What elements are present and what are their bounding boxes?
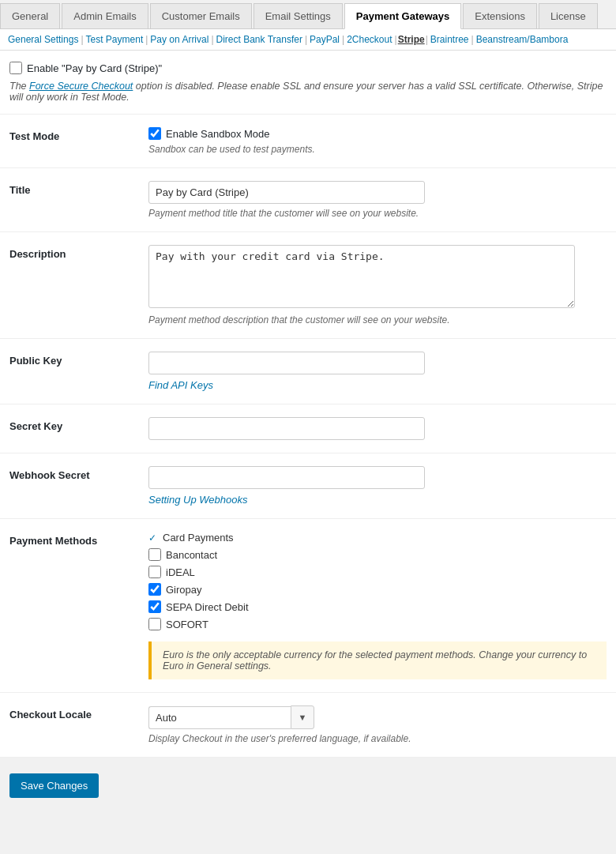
subnav-beanstream[interactable]: Beanstream/Bambora bbox=[476, 34, 569, 45]
checkmark-icon: ✓ bbox=[148, 532, 156, 544]
warning-box: Euro is the only acceptable currency for… bbox=[148, 641, 607, 679]
enable-section: Enable "Pay by Card (Stripe)" The Force … bbox=[0, 51, 616, 115]
chevron-down-icon: ▼ bbox=[291, 705, 314, 729]
checkout-locale-select[interactable]: Auto English German French Spanish Dutch… bbox=[148, 706, 291, 729]
description-label: Description bbox=[0, 232, 142, 339]
checkout-locale-help-text: Display Checkout in the user's preferred… bbox=[148, 733, 607, 744]
description-row: Description Pay with your credit card vi… bbox=[0, 232, 616, 339]
tab-email-settings[interactable]: Email Settings bbox=[254, 3, 343, 28]
tab-customer-emails[interactable]: Customer Emails bbox=[150, 3, 252, 28]
webhook-secret-field: Setting Up Webhooks bbox=[142, 453, 616, 519]
sandbox-help-text: Sandbox can be used to test payments. bbox=[148, 144, 607, 155]
enable-sandbox-row: Enable Sandbox Mode bbox=[148, 127, 607, 140]
giropay-checkbox[interactable] bbox=[148, 583, 161, 596]
separator-7: | bbox=[426, 34, 428, 45]
tabs-bar: General Admin Emails Customer Emails Ema… bbox=[0, 0, 616, 29]
enable-stripe-label[interactable]: Enable "Pay by Card (Stripe)" bbox=[27, 62, 162, 74]
payment-methods-list: ✓ Card Payments Bancontact iDEAL Giropay bbox=[148, 532, 607, 630]
ideal-checkbox[interactable] bbox=[148, 566, 161, 578]
test-mode-field: Enable Sandbox Mode Sandbox can be used … bbox=[142, 115, 616, 168]
separator-2: | bbox=[145, 34, 148, 45]
separator-1: | bbox=[81, 34, 83, 45]
public-key-label: Public Key bbox=[0, 339, 142, 404]
separator-8: | bbox=[471, 34, 474, 45]
find-api-keys-link[interactable]: Find API Keys bbox=[148, 379, 607, 391]
giropay-label[interactable]: Giropay bbox=[166, 584, 202, 596]
subnav-direct-bank-transfer[interactable]: Direct Bank Transfer bbox=[216, 34, 302, 45]
list-item: SEPA Direct Debit bbox=[148, 600, 607, 613]
description-help-text: Payment method description that the cust… bbox=[148, 314, 607, 325]
sepa-label[interactable]: SEPA Direct Debit bbox=[166, 601, 249, 613]
payment-methods-row: Payment Methods ✓ Card Payments Banconta… bbox=[0, 519, 616, 693]
sandbox-label[interactable]: Enable Sandbox Mode bbox=[166, 128, 270, 140]
list-item: Giropay bbox=[148, 583, 607, 596]
payment-methods-label: Payment Methods bbox=[0, 519, 142, 693]
title-field: Payment method title that the customer w… bbox=[142, 168, 616, 232]
description-prefix: The bbox=[9, 81, 29, 92]
title-label: Title bbox=[0, 168, 142, 232]
list-item: Bancontact bbox=[148, 548, 607, 561]
tab-extensions[interactable]: Extensions bbox=[463, 3, 537, 28]
subnav-paypal[interactable]: PayPal bbox=[310, 34, 340, 45]
sofort-label[interactable]: SOFORT bbox=[166, 619, 208, 630]
subnav-pay-on-arrival[interactable]: Pay on Arrival bbox=[150, 34, 208, 45]
description-field: Pay with your credit card via Stripe. Pa… bbox=[142, 232, 616, 339]
description-textarea[interactable]: Pay with your credit card via Stripe. bbox=[148, 245, 575, 308]
sofort-checkbox[interactable] bbox=[148, 618, 161, 630]
separator-4: | bbox=[305, 34, 307, 45]
list-item: ✓ Card Payments bbox=[148, 532, 607, 544]
content-area: Enable "Pay by Card (Stripe)" The Force … bbox=[0, 51, 616, 758]
card-payments-label: Card Payments bbox=[163, 532, 234, 544]
bottom-area: Save Changes bbox=[0, 758, 616, 814]
sepa-checkbox[interactable] bbox=[148, 600, 161, 613]
tab-general[interactable]: General bbox=[0, 3, 60, 28]
checkout-locale-field: Auto English German French Spanish Dutch… bbox=[142, 693, 616, 758]
subnav-braintree[interactable]: Braintree bbox=[430, 34, 469, 45]
secret-key-input[interactable] bbox=[148, 417, 425, 440]
enable-stripe-checkbox[interactable] bbox=[9, 62, 22, 74]
sandbox-checkbox[interactable] bbox=[148, 127, 161, 140]
list-item: iDEAL bbox=[148, 566, 607, 578]
secret-key-label: Secret Key bbox=[0, 404, 142, 453]
separator-5: | bbox=[342, 34, 344, 45]
list-item: SOFORT bbox=[148, 618, 607, 630]
force-secure-checkout-link[interactable]: Force Secure Checkout bbox=[29, 81, 133, 92]
locale-select-wrapper: Auto English German French Spanish Dutch… bbox=[148, 705, 607, 729]
subnav-general-settings[interactable]: General Settings bbox=[8, 34, 78, 45]
enable-stripe-row: Enable "Pay by Card (Stripe)" bbox=[9, 62, 607, 74]
subnav-test-payment[interactable]: Test Payment bbox=[86, 34, 144, 45]
secret-key-field bbox=[142, 404, 616, 453]
public-key-row: Public Key Find API Keys bbox=[0, 339, 616, 404]
test-mode-row: Test Mode Enable Sandbox Mode Sandbox ca… bbox=[0, 115, 616, 168]
title-help-text: Payment method title that the customer w… bbox=[148, 208, 607, 219]
test-mode-label: Test Mode bbox=[0, 115, 142, 168]
bancontact-checkbox[interactable] bbox=[148, 548, 161, 561]
checkout-locale-row: Checkout Locale Auto English German Fren… bbox=[0, 693, 616, 758]
public-key-field: Find API Keys bbox=[142, 339, 616, 404]
tab-license[interactable]: License bbox=[539, 3, 598, 28]
webhook-secret-input[interactable] bbox=[148, 466, 425, 489]
ideal-label[interactable]: iDEAL bbox=[166, 566, 195, 578]
public-key-input[interactable] bbox=[148, 352, 425, 374]
sub-navigation: General Settings | Test Payment | Pay on… bbox=[0, 29, 616, 51]
tab-payment-gateways[interactable]: Payment Gateways bbox=[344, 3, 462, 29]
payment-methods-field: ✓ Card Payments Bancontact iDEAL Giropay bbox=[142, 519, 616, 693]
secret-key-row: Secret Key bbox=[0, 404, 616, 453]
setting-up-webhooks-link[interactable]: Setting Up Webhooks bbox=[148, 494, 607, 506]
settings-table: Test Mode Enable Sandbox Mode Sandbox ca… bbox=[0, 115, 616, 758]
webhook-secret-label: Webhook Secret bbox=[0, 453, 142, 519]
separator-6: | bbox=[395, 34, 397, 45]
separator-3: | bbox=[211, 34, 213, 45]
ssl-description: The Force Secure Checkout option is disa… bbox=[9, 81, 607, 103]
checkout-locale-label: Checkout Locale bbox=[0, 693, 142, 758]
subnav-2checkout[interactable]: 2Checkout bbox=[347, 34, 392, 45]
bancontact-label[interactable]: Bancontact bbox=[166, 549, 217, 561]
webhook-secret-row: Webhook Secret Setting Up Webhooks bbox=[0, 453, 616, 519]
title-input[interactable] bbox=[148, 181, 425, 204]
title-row: Title Payment method title that the cust… bbox=[0, 168, 616, 232]
save-changes-button[interactable]: Save Changes bbox=[9, 773, 99, 798]
tab-admin-emails[interactable]: Admin Emails bbox=[62, 3, 148, 28]
subnav-stripe: Stripe bbox=[398, 34, 425, 45]
